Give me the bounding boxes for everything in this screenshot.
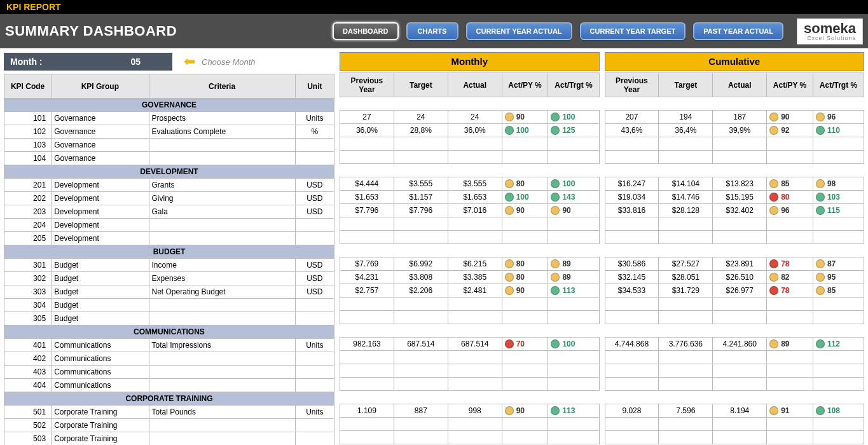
table-row xyxy=(340,231,600,244)
cell-criteria: Income xyxy=(149,259,295,272)
table-row: 1.10988799890113 xyxy=(340,404,600,418)
nav-cy-actual[interactable]: CURRENT YEAR ACTUAL xyxy=(466,22,572,40)
cell-group: Communications xyxy=(52,379,149,392)
table-row: 205Development xyxy=(4,232,334,245)
left-panel: Month : 05 ⬅ Choose Month KPI Code KPI G… xyxy=(4,52,334,445)
pct-value: 115 xyxy=(827,206,840,215)
monthly-title: Monthly xyxy=(340,52,600,71)
pct-cell: 85 xyxy=(768,177,811,190)
cell-unit: USD xyxy=(295,285,334,299)
table-row: 301BudgetIncomeUSD xyxy=(4,259,334,272)
pct-value: 100 xyxy=(562,339,575,348)
pct-cell: 143 xyxy=(549,191,597,203)
cell-py: $2.757 xyxy=(340,284,394,298)
cell-py: 982.163 xyxy=(340,338,394,351)
status-dot-icon xyxy=(551,113,560,121)
nav-cy-target[interactable]: CURRENT YEAR TARGET xyxy=(580,22,686,40)
cell-target: $14.746 xyxy=(659,191,713,204)
cell-py: 9.028 xyxy=(605,404,659,418)
group-name: COMMUNICATIONS xyxy=(4,325,334,339)
status-dot-icon xyxy=(816,259,825,268)
cell-actual: 36,0% xyxy=(448,124,502,137)
pct-value: 108 xyxy=(827,406,840,415)
col-actpy: Act/PY % xyxy=(502,73,548,97)
table-row: 501Corporate TrainingTotal PoundsUnits xyxy=(4,406,334,419)
cell-target: 3.776.636 xyxy=(659,338,713,351)
cell-target: 194 xyxy=(659,111,713,124)
nav-charts[interactable]: CHARTS xyxy=(406,22,458,40)
status-dot-icon xyxy=(505,193,514,202)
cell-py: $7.796 xyxy=(340,204,394,217)
pct-value: 80 xyxy=(516,259,525,268)
pct-cell: 108 xyxy=(815,404,862,417)
monthly-section: Monthly Previous Year Target Actual Act/… xyxy=(340,52,600,445)
pct-value: 103 xyxy=(827,193,840,202)
status-dot-icon xyxy=(769,406,778,415)
pct-value: 90 xyxy=(781,113,789,121)
cell-group: Development xyxy=(52,205,149,219)
col-actpy-c: Act/PY % xyxy=(767,73,813,97)
cell-unit xyxy=(295,312,334,325)
cell-unit: USD xyxy=(295,179,334,192)
col-target: Target xyxy=(394,73,448,97)
status-dot-icon xyxy=(769,179,778,188)
cumulative-title: Cumulative xyxy=(605,52,865,71)
cell-code: 403 xyxy=(4,366,52,379)
cell-actual: 998 xyxy=(448,404,502,418)
col-kpi-code: KPI Code xyxy=(4,74,52,99)
table-row xyxy=(340,364,600,378)
table-row: $16.247$14.104$13.8238598 xyxy=(605,177,864,191)
cell-actual: 24 xyxy=(448,111,502,124)
table-row xyxy=(340,298,600,311)
table-row: $7.796$7.796$7.0169090 xyxy=(340,204,600,217)
pct-value: 92 xyxy=(781,126,789,135)
pct-value: 98 xyxy=(827,179,836,188)
status-dot-icon xyxy=(816,406,825,415)
nav-dashboard[interactable]: DASHBOARD xyxy=(333,22,399,40)
cell-target: 36,4% xyxy=(659,124,713,137)
table-row: 402Communications xyxy=(4,352,334,366)
cell-actual: 39,9% xyxy=(713,124,767,137)
cell-criteria: Giving xyxy=(149,192,295,205)
table-row: 9.0287.5968.19491108 xyxy=(605,404,864,418)
table-row xyxy=(605,418,864,431)
month-selector[interactable]: Month : 05 xyxy=(4,53,172,71)
pct-value: 90 xyxy=(516,286,525,295)
pct-cell: 78 xyxy=(768,284,811,297)
table-row: $32.145$28.051$26.5108295 xyxy=(605,271,864,284)
logo-name: someka xyxy=(804,20,856,36)
status-dot-icon xyxy=(551,206,560,215)
table-row xyxy=(605,311,864,324)
cell-py: $1.653 xyxy=(340,191,394,204)
cell-group: Budget xyxy=(52,272,149,285)
group-header: BUDGET xyxy=(4,245,334,259)
status-dot-icon xyxy=(551,339,560,348)
table-row: 204Development xyxy=(4,219,334,232)
cell-group: Development xyxy=(52,232,149,245)
cell-unit: USD xyxy=(295,259,334,272)
cell-py: $4.444 xyxy=(340,177,394,191)
nav-py-actual[interactable]: PAST YEAR ACTUAL xyxy=(693,22,783,40)
cell-py: 4.744.868 xyxy=(605,338,659,351)
table-row xyxy=(605,151,864,164)
cell-py: $30.586 xyxy=(605,257,659,271)
cell-unit: Units xyxy=(295,406,334,419)
table-row xyxy=(605,351,864,364)
cell-target: $28.051 xyxy=(659,271,713,284)
status-dot-icon xyxy=(769,193,778,202)
cell-py: $19.034 xyxy=(605,191,659,204)
cell-code: 102 xyxy=(4,125,52,139)
cell-group: Development xyxy=(52,179,149,192)
pct-cell: 100 xyxy=(504,191,547,203)
cell-code: 103 xyxy=(4,139,52,152)
cell-code: 203 xyxy=(4,205,52,219)
table-row: 103Governance xyxy=(4,139,334,152)
cell-criteria xyxy=(149,299,295,312)
pct-cell: 82 xyxy=(768,271,811,284)
cell-py: $34.533 xyxy=(605,284,659,298)
pct-value: 90 xyxy=(516,113,525,121)
pct-cell: 112 xyxy=(815,338,862,350)
pct-value: 87 xyxy=(827,259,836,268)
pct-value: 112 xyxy=(827,339,840,348)
cell-group: Governance xyxy=(52,125,149,139)
